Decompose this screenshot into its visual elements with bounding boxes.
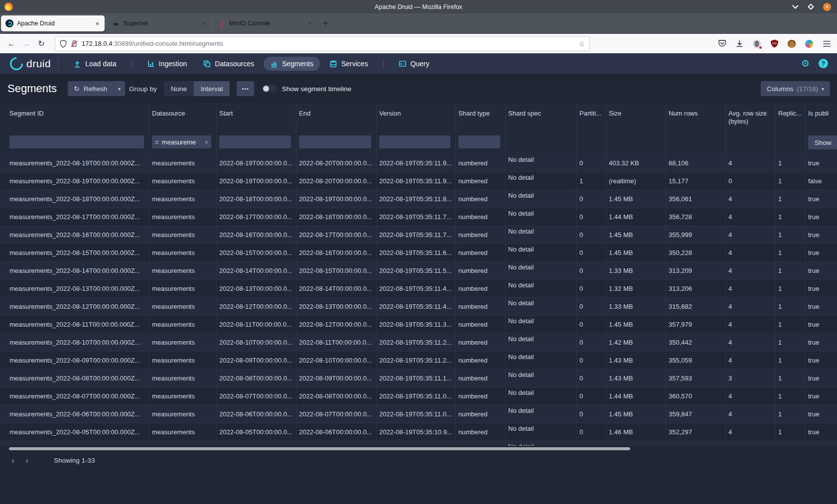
table-row[interactable]: measurements_2022-08-15T00:00:00.000Z...… (0, 244, 837, 262)
nav-item-query[interactable]: Query (392, 57, 436, 71)
column-header-num-rows[interactable]: Num rows (666, 104, 726, 130)
table-row[interactable]: measurements_2022-08-17T00:00:00.000Z...… (0, 208, 837, 226)
reload-icon[interactable]: ↻ (34, 39, 49, 48)
pinwheel-extension-icon[interactable] (805, 39, 814, 48)
cell-is-published: true (806, 190, 837, 208)
cell-avg-row-size: 4 (726, 280, 776, 297)
column-header-start[interactable]: Start (217, 104, 296, 130)
tracking-shield-icon[interactable] (60, 40, 67, 48)
horizontal-scrollbar-thumb[interactable] (9, 447, 630, 450)
druid-logo[interactable]: druid (10, 57, 51, 70)
column-header-shard-type[interactable]: Shard type (456, 104, 506, 130)
insecure-lock-icon[interactable] (71, 40, 78, 47)
column-header-size[interactable]: Size (606, 104, 666, 130)
menu-hamburger-icon[interactable] (822, 39, 831, 48)
druid-nav-bar: druid Load dataIngestionDatasourcesSegme… (0, 53, 837, 74)
cell-replicas: 1 (776, 190, 806, 208)
browser-tab[interactable]: Apache Druid× (1, 15, 105, 31)
table-row[interactable]: measurements_2022-08-14T00:00:00.000Z...… (0, 262, 837, 280)
cell-shard-type: numbered (456, 190, 506, 208)
remove-filter-icon[interactable]: × (204, 138, 208, 146)
cell-shard-type: numbered (456, 172, 506, 190)
segment-timeline-toggle[interactable] (262, 85, 277, 93)
close-icon[interactable]: × (200, 20, 206, 27)
next-page-icon[interactable]: › (20, 454, 34, 467)
settings-gear-icon[interactable]: ⚙ (801, 58, 810, 69)
table-row[interactable]: measurements_2022-08-11T00:00:00.000Z...… (0, 316, 837, 334)
table-row[interactable]: measurements_2022-08-12T00:00:00.000Z...… (0, 298, 837, 316)
columns-button[interactable]: Columns (17/18) ▾ (761, 81, 830, 96)
maximize-icon[interactable] (808, 3, 814, 10)
help-icon[interactable]: ? (819, 59, 828, 68)
new-tab-button[interactable]: + (318, 18, 333, 29)
refresh-button[interactable]: ↻Refresh (68, 81, 113, 96)
group-by-option-none[interactable]: None (164, 81, 194, 96)
cell-avg-row-size: 4 (726, 405, 776, 423)
url-bar[interactable]: 172.18.0.4:30899/unified-console.html#se… (55, 36, 590, 51)
column-header-datasource[interactable]: Datasource (149, 104, 217, 130)
nav-item-datasources[interactable]: Datasources (196, 57, 261, 71)
nav-item-segments[interactable]: Segments (264, 57, 320, 71)
cell-partition: 1 (577, 172, 606, 190)
nav-item-load-data[interactable]: Load data (67, 57, 123, 71)
cell-segment-id: measurements_2022-08-12T00:00:00.000Z... (0, 298, 149, 315)
cell-start: 2022-08-08T00:00:00.0... (217, 370, 296, 387)
cell-partition (577, 441, 606, 446)
extension-disabled-icon[interactable] (752, 39, 761, 48)
filter-input-end[interactable] (299, 135, 371, 148)
nav-item-services[interactable]: Services (323, 57, 375, 71)
column-header-replicas[interactable]: Replic... (776, 104, 806, 130)
cell-shard-spec: No detail (506, 370, 577, 387)
table-row[interactable]: measurements_2022-08-19T00:00:00.000Z...… (0, 172, 837, 190)
cell-datasource (149, 441, 217, 446)
ublock-origin-icon[interactable]: UO (770, 39, 779, 48)
ingestion-icon (147, 60, 155, 68)
column-header-segment-id[interactable]: Segment ID (0, 104, 149, 130)
cell-datasource: measurements (149, 208, 217, 226)
forward-icon[interactable]: → (19, 39, 34, 48)
table-row[interactable]: measurements_2022-08-09T00:00:00.000Z...… (0, 352, 837, 370)
column-header-end[interactable]: End (296, 104, 377, 130)
table-row[interactable]: measurements_2022-08-05T00:00:00.000Z...… (0, 423, 837, 441)
column-header-shard-spec[interactable]: Shard spec (506, 104, 577, 130)
close-window-icon[interactable]: × (823, 3, 831, 11)
table-row[interactable]: measurements_2022-08-08T00:00:00.000Z...… (0, 370, 837, 387)
downloads-icon[interactable] (735, 39, 744, 48)
pocket-icon[interactable] (717, 39, 726, 48)
cell-shard-spec: No detail (506, 298, 577, 315)
nav-item-ingestion[interactable]: Ingestion (140, 57, 194, 71)
filter-input-start[interactable] (219, 135, 291, 148)
column-header-is-published[interactable]: Is publi (806, 104, 837, 130)
column-header-avg-row-size[interactable]: Avg. row size (bytes) (726, 104, 776, 130)
cell-partition: 0 (577, 370, 606, 387)
column-header-version[interactable]: Version (377, 104, 456, 130)
table-row[interactable]: measurements_2022-08-06T00:00:00.000Z...… (0, 405, 837, 423)
table-row[interactable]: measurements_2022-08-13T00:00:00.000Z...… (0, 280, 837, 298)
group-by-option-interval[interactable]: Interval (194, 81, 230, 96)
close-icon[interactable]: × (94, 20, 100, 27)
browser-tab[interactable]: ʃMinIO Console× (213, 15, 317, 31)
filter-input-datasource[interactable]: =measureme× (152, 135, 211, 148)
cookie-icon[interactable] (787, 39, 796, 48)
show-filter-button[interactable]: Show (808, 135, 837, 149)
filter-input-version[interactable] (379, 135, 450, 148)
filter-input-shard-type[interactable] (458, 135, 500, 148)
more-options-button[interactable]: ••• (237, 81, 254, 96)
column-header-partition[interactable]: Partiti... (577, 104, 606, 130)
browser-tab[interactable]: ∞Superset× (107, 15, 211, 31)
cell-datasource: measurements (149, 334, 217, 351)
table-row[interactable]: measurements_2022-08-19T00:00:00.000Z...… (0, 154, 837, 172)
cell-version: 2022-08-19T05:35:11.6... (377, 244, 456, 261)
cell-replicas: 1 (776, 370, 806, 387)
bookmark-star-icon[interactable]: ☆ (578, 40, 585, 48)
refresh-menu-button[interactable]: ▾ (113, 81, 125, 96)
table-row[interactable]: measurements_2022-08-07T00:00:00.000Z...… (0, 387, 837, 405)
close-icon[interactable]: × (306, 20, 312, 27)
filter-input-segment-id[interactable] (9, 135, 144, 148)
prev-page-icon[interactable]: ‹ (6, 454, 20, 467)
table-row[interactable]: measurements_2022-08-10T00:00:00.000Z...… (0, 334, 837, 352)
back-icon[interactable]: ← (4, 39, 19, 48)
table-row[interactable]: measurements_2022-08-16T00:00:00.000Z...… (0, 226, 837, 244)
filter-cell-num-rows (666, 130, 726, 154)
table-row[interactable]: measurements_2022-08-18T00:00:00.000Z...… (0, 190, 837, 208)
